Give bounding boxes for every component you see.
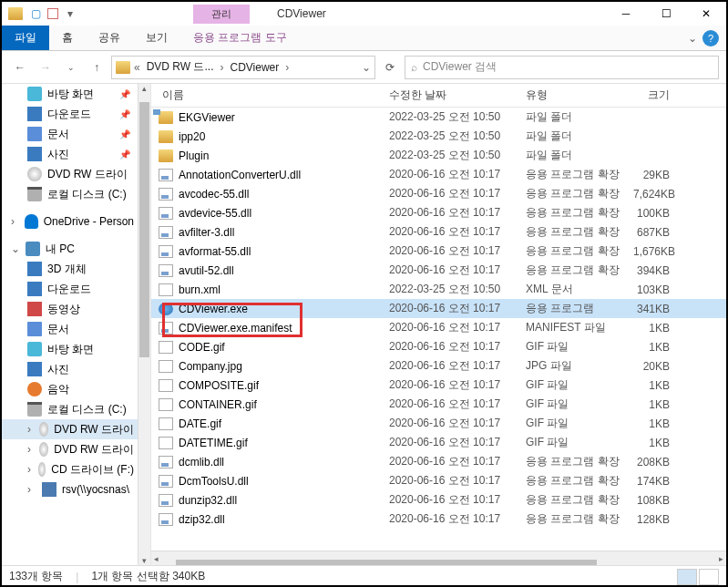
nav-back-button[interactable]: ← xyxy=(9,57,31,78)
file-row[interactable]: Company.jpg2020-06-16 오전 10:17JPG 파일20KB xyxy=(151,356,726,376)
file-row[interactable]: AnnotationConverterU.dll2020-06-16 오전 10… xyxy=(151,165,726,184)
nav-forward-button[interactable]: → xyxy=(35,57,56,78)
maximize-button[interactable]: ☐ xyxy=(646,2,686,26)
file-row[interactable]: dzip32.dll2020-06-16 오전 10:17응용 프로그램 확장1… xyxy=(151,510,726,529)
file-row[interactable]: Plugin2022-03-25 오전 10:50파일 폴더 xyxy=(151,146,726,165)
file-row[interactable]: CODE.gif2020-06-16 오전 10:17GIF 파일1KB xyxy=(151,337,726,356)
nav-scrollbar[interactable]: ▴ ▾ xyxy=(138,84,150,565)
pin-icon[interactable]: 📌 xyxy=(119,89,130,99)
scroll-right-icon[interactable]: ▸ xyxy=(716,554,726,563)
nav-item[interactable]: 음악 xyxy=(2,379,138,399)
nav-item[interactable]: 사진 xyxy=(2,359,138,379)
nav-item[interactable]: 다운로드📌 xyxy=(2,104,138,124)
file-row[interactable]: dunzip32.dll2020-06-16 오전 10:17응용 프로그램 확… xyxy=(151,490,726,510)
status-item-count: 133개 항목 xyxy=(9,569,63,584)
nav-scrollbar-thumb[interactable] xyxy=(139,102,149,357)
file-list[interactable]: EKGViewer2022-03-25 오전 10:50파일 폴더ipp2020… xyxy=(151,108,726,551)
nav-item[interactable]: ⌄내 PC xyxy=(2,239,138,259)
chevron-right-icon[interactable]: › xyxy=(220,61,223,74)
pin-icon[interactable]: 📌 xyxy=(119,129,130,139)
nav-item[interactable]: 바탕 화면 xyxy=(2,339,138,359)
nav-item[interactable]: DVD RW 드라이 xyxy=(2,164,138,184)
file-row[interactable]: CONTAINER.gif2020-06-16 오전 10:17GIF 파일1K… xyxy=(151,395,726,414)
pin-icon[interactable]: 📌 xyxy=(119,149,130,160)
file-row[interactable]: burn.xml2022-03-25 오전 10:50XML 문서103KB xyxy=(151,280,726,299)
file-row[interactable]: avdevice-55.dll2020-06-16 오전 10:17응용 프로그… xyxy=(151,203,726,222)
nav-item[interactable]: 사진📌 xyxy=(2,144,138,164)
file-row[interactable]: CDViewer.exe2020-06-16 오전 10:17응용 프로그램34… xyxy=(151,299,726,318)
expand-icon[interactable]: › xyxy=(27,443,34,456)
horizontal-scrollbar[interactable]: ◂ ▸ xyxy=(151,551,726,565)
expand-icon[interactable]: › xyxy=(27,463,33,476)
file-date: 2022-03-25 오전 10:50 xyxy=(384,129,520,144)
tab-home[interactable]: 홈 xyxy=(49,26,86,50)
file-row[interactable]: dcmlib.dll2020-06-16 오전 10:17응용 프로그램 확장2… xyxy=(151,452,726,471)
expand-icon[interactable]: › xyxy=(27,483,36,496)
nav-item[interactable]: ›DVD RW 드라이 xyxy=(2,419,138,439)
nav-item[interactable]: ›OneDrive - Person xyxy=(2,211,138,232)
file-name: avutil-52.dll xyxy=(179,264,234,277)
col-size[interactable]: 크기 xyxy=(633,84,688,107)
nav-item[interactable]: 로컬 디스크 (C:) xyxy=(2,399,138,419)
file-row[interactable]: ipp202022-03-25 오전 10:50파일 폴더 xyxy=(151,127,726,146)
properties-icon[interactable]: ▢ xyxy=(27,5,44,22)
expand-icon[interactable]: ⌄ xyxy=(11,242,20,255)
nav-item-label: 내 PC xyxy=(46,242,75,257)
refresh-button[interactable]: ⟳ xyxy=(379,57,401,78)
file-row[interactable]: DATETIME.gif2020-06-16 오전 10:17GIF 파일1KB xyxy=(151,433,726,452)
checkbox-icon[interactable] xyxy=(47,8,58,19)
scroll-left-icon[interactable]: ◂ xyxy=(151,554,161,563)
details-view-button[interactable] xyxy=(677,569,697,585)
nav-item[interactable]: ›DVD RW 드라이 xyxy=(2,439,138,459)
nav-item[interactable]: ›CD 드라이브 (F:) xyxy=(2,459,138,479)
file-row[interactable]: avfilter-3.dll2020-06-16 오전 10:17응용 프로그램… xyxy=(151,222,726,242)
col-date[interactable]: 수정한 날짜 xyxy=(384,84,520,107)
minimize-button[interactable]: ─ xyxy=(606,2,646,26)
search-placeholder: CDViewer 검색 xyxy=(423,59,497,75)
ribbon-expand-icon[interactable]: ⌄ xyxy=(688,32,697,45)
file-icon xyxy=(159,456,173,469)
address-dropdown-icon[interactable]: ⌄ xyxy=(362,61,371,74)
nav-item[interactable]: 동영상 xyxy=(2,299,138,319)
pin-icon[interactable]: 📌 xyxy=(119,109,130,119)
qat-dropdown-icon[interactable]: ▾ xyxy=(62,5,78,22)
file-row[interactable]: avutil-52.dll2020-06-16 오전 10:17응용 프로그램 … xyxy=(151,261,726,280)
search-box[interactable]: ⌕ CDViewer 검색 xyxy=(405,56,719,79)
nav-item[interactable]: 로컬 디스크 (C:) xyxy=(2,184,138,204)
nav-up-button[interactable]: ↑ xyxy=(86,57,108,78)
file-row[interactable]: COMPOSITE.gif2020-06-16 오전 10:17GIF 파일1K… xyxy=(151,376,726,395)
nav-item[interactable]: 다운로드 xyxy=(2,279,138,299)
col-type[interactable]: 유형 xyxy=(520,84,633,107)
file-row[interactable]: CDViewer.exe.manifest2020-06-16 오전 10:17… xyxy=(151,318,726,337)
tab-view[interactable]: 보기 xyxy=(133,26,180,50)
crumb-cdviewer[interactable]: CDViewer xyxy=(227,61,282,74)
file-row[interactable]: avformat-55.dll2020-06-16 오전 10:17응용 프로그… xyxy=(151,242,726,261)
nav-item[interactable]: ›rsv(\\yocsnas\ xyxy=(2,479,138,499)
file-row[interactable]: DATE.gif2020-06-16 오전 10:17GIF 파일1KB xyxy=(151,414,726,433)
file-date: 2020-06-16 오전 10:17 xyxy=(384,320,520,335)
nav-item[interactable]: 문서 xyxy=(2,319,138,339)
breadcrumb-bar[interactable]: « DVD RW 드... › CDViewer › ⌄ xyxy=(111,56,375,79)
h-scrollbar-thumb[interactable] xyxy=(176,560,597,566)
file-row[interactable]: DcmToolsU.dll2020-06-16 오전 10:17응용 프로그램 … xyxy=(151,471,726,490)
file-row[interactable]: EKGViewer2022-03-25 오전 10:50파일 폴더 xyxy=(151,108,726,127)
tab-app-tools[interactable]: 응용 프로그램 도구 xyxy=(180,26,300,50)
file-row[interactable]: avcodec-55.dll2020-06-16 오전 10:17응용 프로그램… xyxy=(151,184,726,203)
help-icon[interactable]: ? xyxy=(702,30,719,46)
close-button[interactable]: ✕ xyxy=(686,2,726,26)
nav-item[interactable]: 3D 개체 xyxy=(2,259,138,279)
folder-icon[interactable] xyxy=(7,5,24,22)
tab-share[interactable]: 공유 xyxy=(86,26,133,50)
chevron-right-icon[interactable]: › xyxy=(285,61,289,74)
expand-icon[interactable]: › xyxy=(27,423,34,436)
col-name[interactable]: 이름 xyxy=(151,84,384,107)
icons-view-button[interactable] xyxy=(699,569,719,585)
nav-recent-icon[interactable]: ⌄ xyxy=(60,57,82,78)
nav-item[interactable]: 문서📌 xyxy=(2,124,138,144)
nav-item[interactable]: 바탕 화면📌 xyxy=(2,84,138,104)
expand-icon[interactable]: › xyxy=(11,215,19,228)
file-icon xyxy=(159,169,173,181)
tab-file[interactable]: 파일 xyxy=(2,26,49,50)
chevron-icon[interactable]: « xyxy=(134,61,140,74)
crumb-dvd[interactable]: DVD RW 드... xyxy=(144,59,217,75)
